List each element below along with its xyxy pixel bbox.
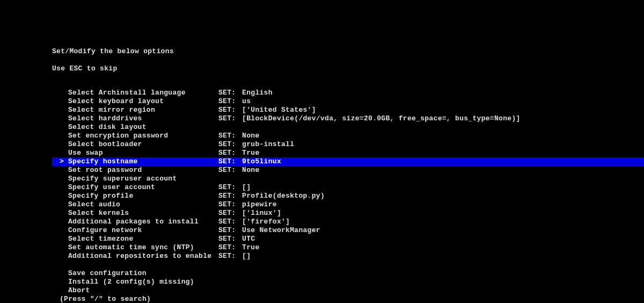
menu-item[interactable]: >Specify hostnameSET: 9to5linux <box>52 157 644 166</box>
set-prefix: SET: <box>218 218 238 226</box>
menu-item-label: Set encryption password <box>68 132 218 140</box>
menu-item-label: Additional repositories to enable <box>68 252 218 261</box>
set-prefix: SET: <box>218 132 238 140</box>
menu-item-label: Select bootloader <box>68 140 218 149</box>
action-item-label: Save configuration <box>68 269 218 278</box>
page-title: Set/Modify the below options <box>52 47 644 56</box>
menu-item-value: grub-install <box>238 140 294 149</box>
menu-item-label: Select audio <box>68 200 218 209</box>
set-prefix: SET: <box>218 89 238 97</box>
menu-item-value: [BlockDevice(/dev/vda, size=20.0GB, free… <box>238 114 521 123</box>
esc-hint: Use ESC to skip <box>52 64 644 73</box>
menu-item-value: English <box>238 89 273 97</box>
set-prefix: SET: <box>218 157 238 166</box>
menu-item-label: Select kernels <box>68 209 218 218</box>
menu-item-label: Set automatic time sync (NTP) <box>68 243 218 252</box>
menu-item[interactable]: Select kernelsSET: ['linux'] <box>52 209 644 218</box>
menu-item-label: Specify user account <box>68 183 218 192</box>
set-prefix: SET: <box>218 166 238 175</box>
menu-item-value: 9to5linux <box>238 157 281 166</box>
menu-item[interactable]: Select keyboard layoutSET: us <box>52 97 644 106</box>
set-prefix: SET: <box>218 106 238 114</box>
menu-item-label: Specify profile <box>68 192 218 200</box>
menu-item[interactable]: Additional packages to installSET: ['fir… <box>52 218 644 226</box>
menu-item-value: ['firefox'] <box>238 218 290 226</box>
menu-item[interactable]: Specify user accountSET: [] <box>52 183 644 192</box>
menu-item-value: [] <box>238 183 251 192</box>
set-prefix: SET: <box>218 243 238 252</box>
menu-item-label: Specify superuser account <box>68 175 218 183</box>
menu-item-label: Select mirror region <box>68 106 218 114</box>
menu-item-label: Set root password <box>68 166 218 175</box>
menu-item[interactable]: Set automatic time sync (NTP)SET: True <box>52 243 644 252</box>
set-prefix: SET: <box>218 226 238 235</box>
options-menu: Select Archinstall languageSET: EnglishS… <box>52 89 644 295</box>
set-prefix: SET: <box>218 209 238 218</box>
menu-item-value: ['United States'] <box>238 106 316 114</box>
set-prefix: SET: <box>218 140 238 149</box>
menu-item[interactable]: Set encryption passwordSET: None <box>52 132 644 140</box>
menu-item-label: Select harddrives <box>68 114 218 123</box>
set-prefix: SET: <box>218 192 238 200</box>
menu-item-value: True <box>238 243 260 252</box>
menu-item[interactable]: Specify superuser account <box>52 175 644 183</box>
menu-item-label: Use swap <box>68 149 218 157</box>
cursor-marker: > <box>52 157 68 166</box>
set-prefix: SET: <box>218 200 238 209</box>
search-hint: (Press "/" to search) <box>52 295 644 303</box>
menu-item-label: Select Archinstall language <box>68 89 218 97</box>
menu-item-value: Use NetworkManager <box>238 226 320 235</box>
menu-item[interactable]: Select disk layout <box>52 123 644 132</box>
action-item[interactable]: Install (2 config(s) missing) <box>52 278 644 286</box>
set-prefix: SET: <box>218 235 238 243</box>
action-item-label: Abort <box>68 286 218 295</box>
menu-item-value: True <box>238 149 260 157</box>
menu-item[interactable]: Select audioSET: pipewire <box>52 200 644 209</box>
set-prefix: SET: <box>218 114 238 123</box>
menu-item-value: Profile(desktop.py) <box>238 192 325 200</box>
menu-item-label: Select keyboard layout <box>68 97 218 106</box>
menu-item-value: None <box>238 132 260 140</box>
menu-item-value: [] <box>238 252 251 261</box>
menu-item[interactable]: Use swapSET: True <box>52 149 644 157</box>
menu-item-value: ['linux'] <box>238 209 281 218</box>
menu-item[interactable]: Select mirror regionSET: ['United States… <box>52 106 644 114</box>
set-prefix: SET: <box>218 183 238 192</box>
action-item-label: Install (2 config(s) missing) <box>68 278 218 286</box>
actions-section: Save configurationInstall (2 config(s) m… <box>52 269 644 295</box>
menu-item[interactable]: Set root passwordSET: None <box>52 166 644 175</box>
menu-item[interactable]: Configure networkSET: Use NetworkManager <box>52 226 644 235</box>
menu-item-value: UTC <box>238 235 255 243</box>
action-item[interactable]: Abort <box>52 286 644 295</box>
menu-item-label: Select timezone <box>68 235 218 243</box>
menu-item-value: None <box>238 166 260 175</box>
menu-item-value: pipewire <box>238 200 277 209</box>
set-prefix: SET: <box>218 252 238 261</box>
menu-item-label: Configure network <box>68 226 218 235</box>
menu-item[interactable]: Select Archinstall languageSET: English <box>52 89 644 97</box>
menu-item-label: Select disk layout <box>68 123 218 132</box>
menu-item-label: Specify hostname <box>68 157 218 166</box>
set-prefix: SET: <box>218 97 238 106</box>
menu-item[interactable]: Select bootloaderSET: grub-install <box>52 140 644 149</box>
menu-item[interactable]: Select harddrivesSET: [BlockDevice(/dev/… <box>52 114 644 123</box>
menu-item[interactable]: Additional repositories to enableSET: [] <box>52 252 644 261</box>
action-item[interactable]: Save configuration <box>52 269 644 278</box>
menu-item-label: Additional packages to install <box>68 218 218 226</box>
menu-item[interactable]: Select timezoneSET: UTC <box>52 235 644 243</box>
menu-item-value: us <box>238 97 251 106</box>
set-prefix: SET: <box>218 149 238 157</box>
menu-item[interactable]: Specify profileSET: Profile(desktop.py) <box>52 192 644 200</box>
